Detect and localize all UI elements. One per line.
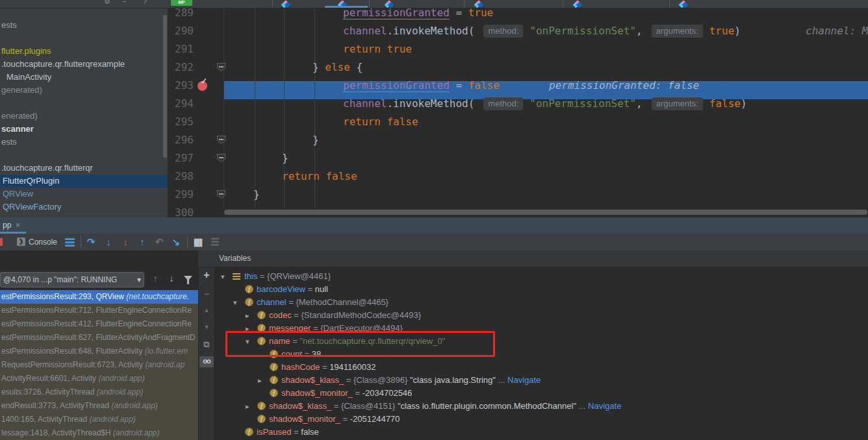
project-tree-item[interactable] [0,149,168,162]
project-tree-item[interactable]: .touchcapture.qr.flutterqrexample [0,58,168,71]
variable-value: "class java.lang.String" [410,375,496,385]
variables-panel-header: Variables [198,251,868,267]
stack-frame-row[interactable]: ActivityResult:6601, Activity (android.a… [0,372,198,385]
code-line[interactable]: permissionGranted = false [343,77,500,95]
code-line[interactable]: } [253,186,260,204]
line-number: 290 [170,22,194,40]
next-frame-button[interactable]: ↓ [166,273,177,284]
collapse-icon[interactable]: − [122,0,126,5]
step-into-button[interactable]: ↓ [103,234,114,251]
variable-row[interactable]: ▾fchannel = {MethodChannel@4465} [215,296,868,309]
layout-options-icon[interactable] [65,238,75,246]
code-fold-marker[interactable] [217,136,225,144]
chevron-down-icon[interactable]: ▾ [233,296,237,309]
variable-row[interactable]: ▸fshadow$_klass_ = {Class@4151} "class i… [215,400,868,413]
frame-method-label: ActivityResult:6601, Activity [1,374,98,383]
force-step-into-button[interactable]: ↓ [120,234,131,251]
add-watch-button[interactable]: + [199,269,214,281]
stack-frame-row[interactable]: endResult:3773, ActivityThread (android.… [0,399,198,413]
step-out-button[interactable]: ↑ [136,234,148,251]
stack-frame-row[interactable]: estPermissionsResult:412, FlutterEngineC… [0,317,198,331]
project-tree-item[interactable]: MainActivity [0,71,168,84]
indent-guide [255,8,255,208]
stack-frame-row[interactable]: lessage:1418, ActivityThread$H (android.… [0,426,198,440]
duplicate-watch-button[interactable]: ⧉ [199,339,214,350]
run-to-cursor-button[interactable]: ↘ [170,234,182,251]
drop-frame-button[interactable]: ↶ [153,234,165,251]
editor-horizontal-scrollbar[interactable] [224,210,867,215]
project-tree-item[interactable]: QRViewFactory [0,201,168,214]
variable-name: isPaused [257,427,291,437]
project-tree-item[interactable]: flutter.plugins [0,45,168,58]
navigate-link[interactable]: Navigate [507,375,541,385]
variable-row[interactable]: fshadow$_monitor_ = -2051244770 [215,413,868,426]
project-tree-item[interactable]: enerated) [0,110,168,123]
layout-settings-button[interactable]: ☰ [209,234,221,251]
navigate-link[interactable]: Navigate [588,401,621,411]
project-tree-item[interactable]: FlutterQrPlugin [0,175,168,188]
code-line[interactable]: } else { [313,58,363,77]
chevron-right-icon[interactable]: ▸ [246,309,249,322]
close-icon[interactable]: × [16,217,20,233]
project-scrollbar[interactable] [163,15,167,158]
stack-frame-row[interactable]: estPermissionsResult:293, QRView (net.to… [0,290,198,304]
previous-frame-button[interactable]: ↑ [149,273,161,284]
filter-frames-icon[interactable] [184,276,192,284]
chevron-down-icon[interactable]: ▾ [221,270,225,283]
move-watch-down-button[interactable]: ▼ [199,324,214,330]
stack-frame-row[interactable]: estPermissionsResult:712, FlutterEngineC… [0,304,198,317]
breakpoint-icon[interactable]: ✓ [198,81,207,91]
project-tree-item[interactable]: ests [0,19,168,32]
code-line[interactable]: channel.invokeMethod(method:"onPermissio… [343,22,741,40]
code-fold-marker[interactable] [217,63,225,71]
code-token: permissionGranted [343,79,450,92]
code-editor[interactable]: 289290291292293294295296297298299300 per… [168,8,868,217]
show-watches-toggle[interactable]: oo [199,356,214,367]
stack-frame-row[interactable]: estPermissionsResult:648, FlutterActivit… [0,345,198,358]
gear-icon[interactable]: ⚙ [104,0,110,6]
project-tree-item[interactable]: scanner [0,123,168,136]
stack-frame-row[interactable]: 1400:165, ActivityThread (android.app) [0,413,198,426]
variable-row[interactable]: ▸fcodec = {StandardMethodCodec@4493} [215,309,868,322]
code-line[interactable]: return false [282,167,357,186]
tab-console[interactable]: Console [29,234,57,251]
stack-frame-row[interactable]: estPermissionsResult:627, FlutterActivit… [0,331,198,345]
code-fold-marker[interactable] [217,154,225,162]
debugger-tab-icon[interactable] [0,238,3,246]
code-line[interactable]: permissionGranted = true [343,8,493,22]
chevron-right-icon[interactable]: ▸ [246,400,249,413]
variable-row[interactable]: fhashCode = 1941160032 [215,361,868,374]
remove-watch-button[interactable]: − [199,289,214,299]
evaluate-expression-button[interactable]: ▦ [192,234,204,251]
step-over-button[interactable]: ↷ [85,234,97,251]
code-line[interactable]: channel.invokeMethod(method:"onPermissio… [343,95,747,113]
field-icon: f [245,428,253,436]
code-fold-marker[interactable] [217,190,225,199]
project-tree-item[interactable]: ests [0,136,168,149]
variable-name: this [244,271,257,281]
variable-row[interactable]: fisPaused = false [215,426,868,439]
project-tree-item[interactable] [0,32,168,45]
stack-frame-row[interactable]: RequestPermissionsResult:6723, Activity … [0,358,198,372]
move-watch-up-button[interactable]: ▲ [199,307,214,313]
code-line[interactable]: return true [343,40,412,58]
variable-row[interactable]: fbarcodeView = null [215,283,868,296]
line-number: 297 [170,149,194,167]
help-icon[interactable]: ? [143,0,147,5]
variable-row[interactable]: ▾this = {QRView@4461} [215,270,868,283]
variable-row[interactable]: ▸fshadow$_klass_ = {Class@3896} "class j… [215,374,868,387]
chevron-down-icon: ▾ [137,273,141,287]
thread-selector-dropdown[interactable]: @4,070 in ...p "main": RUNNING ▾ [0,272,144,287]
project-tree-item[interactable] [0,97,168,110]
variables-title: Variables [219,254,251,263]
code-line[interactable]: } [282,149,288,167]
code-line[interactable]: } [313,131,319,149]
code-line[interactable]: return false [343,113,418,131]
chevron-right-icon[interactable]: ▸ [258,374,262,387]
project-tree-item[interactable]: QRView [0,188,168,201]
variable-row[interactable]: fshadow$_monitor_ = -2034702546 [215,387,868,400]
project-tree-item[interactable]: generated) [0,84,168,97]
console-icon[interactable]: ❯ [17,238,25,246]
project-tree-item[interactable]: .touchcapture.qr.flutterqr [0,162,168,175]
stack-frame-row[interactable]: esults:3726, ActivityThread (android.app… [0,385,198,399]
